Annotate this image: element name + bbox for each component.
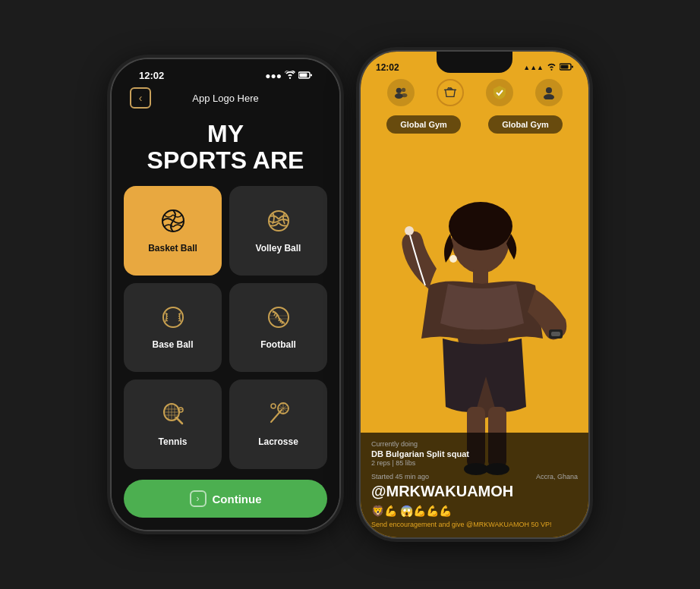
svg-point-23 — [271, 404, 276, 408]
baseball-icon — [161, 305, 185, 335]
sport-card-tennis[interactable]: Tennis — [124, 380, 222, 469]
workout-overlay: Currently doing DB Bulgarian Split squat… — [361, 433, 588, 537]
exercise-name: DB Bulgarian Split squat — [371, 449, 578, 458]
emoji-row: 🦁💪 😱💪💪💪 — [371, 505, 578, 517]
back-button[interactable]: ‹ — [130, 87, 151, 109]
sports-grid: Basket Ball — [124, 186, 327, 469]
svg-point-43 — [449, 255, 457, 263]
svg-point-28 — [401, 88, 405, 92]
signal-icon: ●●● — [265, 71, 282, 81]
football-icon — [266, 305, 291, 335]
svg-rect-2 — [311, 74, 312, 76]
basket-icon-btn[interactable] — [437, 79, 464, 106]
athlete-area: Currently doing DB Bulgarian Split squat… — [361, 140, 588, 537]
svg-rect-1 — [300, 73, 307, 77]
gym-label-1[interactable]: Global Gym — [386, 115, 461, 134]
baseball-label: Base Ball — [152, 339, 193, 350]
phones-wrapper: 12:02 ●●● — [112, 52, 588, 537]
sport-card-lacrosse[interactable]: Lacrosse — [229, 380, 327, 469]
location: Accra, Ghana — [536, 473, 578, 480]
svg-point-32 — [544, 94, 554, 99]
phone-1: 12:02 ●●● — [112, 59, 339, 530]
football-label: Football — [260, 339, 296, 350]
started-ago: Started 45 min ago — [371, 473, 429, 480]
svg-point-34 — [449, 202, 512, 250]
signal-2: ▲▲▲ — [523, 64, 544, 71]
status-icons-1: ●●● — [265, 71, 312, 81]
tennis-icon — [161, 402, 185, 432]
top-icons-row — [361, 76, 588, 112]
basketball-icon — [161, 209, 185, 238]
notch — [437, 52, 512, 73]
phone-screen-1: 12:02 ●●● — [112, 59, 339, 530]
svg-point-30 — [401, 93, 407, 97]
exercise-stats: 2 reps | 85 libs — [371, 459, 578, 467]
shield-icon-btn[interactable] — [486, 79, 513, 106]
phone-screen-2: 12:02 ▲▲▲ — [361, 52, 588, 537]
top-nav: ‹ App Logo Here — [124, 84, 327, 115]
currently-doing-label: Currently doing — [371, 440, 578, 448]
continue-button[interactable]: › Continue — [124, 480, 327, 518]
gym-labels: Global Gym Global Gym — [361, 112, 588, 140]
svg-point-31 — [546, 87, 552, 93]
svg-point-36 — [405, 226, 414, 235]
heading-my: MY — [207, 120, 244, 147]
gym-label-2[interactable]: Global Gym — [488, 115, 563, 134]
svg-rect-26 — [572, 66, 573, 68]
time-2: 12:02 — [376, 62, 399, 73]
svg-point-27 — [396, 88, 401, 93]
svg-line-17 — [271, 410, 282, 422]
continue-label: Continue — [213, 493, 262, 506]
sports-heading: MY SPORTS ARE — [124, 121, 327, 174]
status-bar-1: 12:02 ●●● — [124, 59, 327, 84]
volleyball-label: Volley Ball — [256, 243, 301, 254]
lacrosse-icon — [266, 402, 291, 432]
profile-icon-btn[interactable] — [535, 79, 563, 106]
sport-card-football[interactable]: Football — [229, 283, 327, 373]
tennis-label: Tennis — [159, 436, 188, 447]
heading-sports: SPORTS ARE — [147, 146, 304, 174]
time-1: 12:02 — [139, 70, 164, 81]
battery-2 — [560, 62, 573, 73]
svg-rect-25 — [561, 65, 569, 69]
app-logo: App Logo Here — [192, 93, 258, 104]
friends-icon-btn[interactable] — [387, 79, 415, 106]
svg-rect-38 — [551, 332, 560, 336]
lacrosse-label: Lacrosse — [258, 436, 298, 447]
phone-2: 12:02 ▲▲▲ — [361, 52, 588, 537]
sport-card-basketball[interactable]: Basket Ball — [124, 186, 222, 276]
started-row: Started 45 min ago Accra, Ghana — [371, 473, 578, 480]
encourage-text: Send encouragement and give @MRKWAKUAMOH… — [371, 521, 578, 528]
continue-icon: › — [190, 490, 207, 507]
basketball-label: Basket Ball — [148, 243, 197, 254]
wifi-2 — [547, 62, 557, 73]
volleyball-icon — [266, 209, 291, 238]
sport-card-volleyball[interactable]: Volley Ball — [229, 186, 327, 276]
sport-card-baseball[interactable]: Base Ball — [124, 283, 222, 373]
wifi-icon — [285, 71, 295, 81]
battery-icon — [298, 71, 312, 81]
username: @MRKWAKUAMOH — [371, 483, 578, 500]
